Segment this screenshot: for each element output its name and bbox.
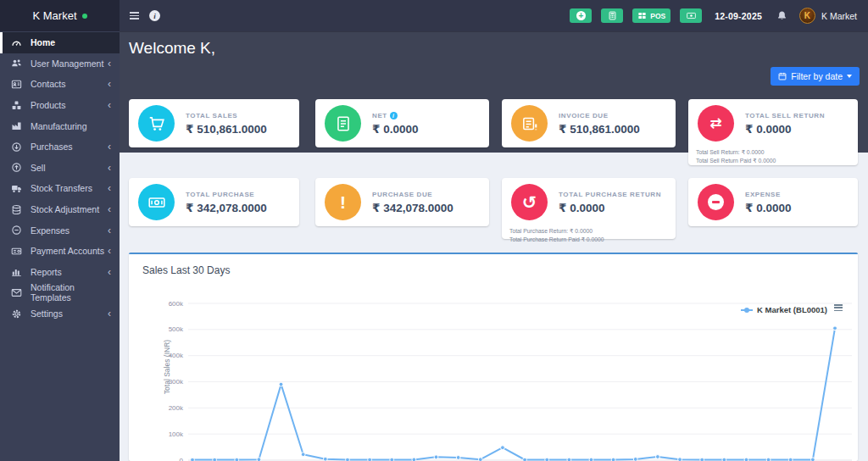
svg-text:500k: 500k — [169, 325, 184, 333]
sidebar-item-sell[interactable]: Sell‹ — [0, 158, 120, 179]
filter-by-date-label: Filter by date — [791, 71, 843, 81]
invoice-icon — [511, 105, 548, 142]
chevron-left-icon: ‹ — [108, 183, 111, 193]
users-icon — [10, 58, 23, 69]
sidebar-item-products[interactable]: Products‹ — [0, 95, 120, 116]
card-subtext: Total Purchase Return: ₹ 0.0000Total Pur… — [502, 226, 676, 244]
bar-chart-icon — [10, 266, 23, 277]
gear-icon — [10, 308, 23, 319]
card-title: NETi — [372, 112, 418, 119]
grid-icon — [637, 11, 647, 20]
card-purchase-due: !PURCHASE DUE₹ 342,078.0000 — [315, 178, 489, 226]
minus-icon — [708, 194, 724, 210]
money-check-icon — [10, 246, 23, 257]
brand-logo[interactable]: K Market — [0, 0, 120, 31]
sidebar-item-label: Manufacturing — [31, 121, 87, 131]
sales-line-chart: 0100k200k300k400k500k600k — [129, 254, 858, 461]
card-title: TOTAL PURCHASE — [186, 191, 267, 198]
chevron-left-icon: ‹ — [108, 163, 111, 173]
sidebar-item-label: Expenses — [31, 225, 70, 236]
sidebar-nav: HomeUser Management‹Contacts‹Products‹Ma… — [0, 31, 120, 324]
notifications-bell-icon[interactable] — [776, 10, 787, 21]
banknote-icon — [687, 11, 696, 20]
user-avatar[interactable]: K — [799, 8, 815, 24]
filter-by-date-button[interactable]: Filter by date — [771, 67, 860, 86]
pos-button[interactable]: POS — [632, 8, 670, 23]
calculator-button[interactable] — [601, 8, 623, 23]
info-icon[interactable]: i — [390, 112, 398, 119]
topbar: i + POS 12-09-2025 K K Market — [120, 0, 868, 31]
chevron-left-icon: ‹ — [108, 58, 111, 69]
current-date[interactable]: 12-09-2025 — [715, 11, 762, 21]
minus-badge-icon — [698, 184, 734, 220]
pos-button-label: POS — [650, 12, 665, 20]
industry-icon — [10, 120, 23, 131]
card-total-purchase: TOTAL PURCHASE₹ 342,078.0000 — [129, 178, 299, 226]
card-value: ₹ 0.0000 — [745, 201, 791, 214]
sidebar-item-expenses[interactable]: Expenses‹ — [0, 219, 120, 241]
card-value: ₹ 0.0000 — [559, 201, 661, 214]
caret-down-icon — [847, 75, 852, 78]
database-icon — [10, 204, 23, 215]
card-value: ₹ 510,861.0000 — [559, 122, 640, 136]
svg-text:0: 0 — [180, 457, 184, 461]
chevron-left-icon: ‹ — [108, 225, 111, 236]
card-value: ₹ 0.0000 — [745, 122, 825, 136]
undo-icon: ↺ — [522, 193, 537, 211]
sidebar-item-stock-transfers[interactable]: Stock Transfers‹ — [0, 178, 120, 199]
sidebar-item-user-management[interactable]: User Management‹ — [0, 53, 120, 75]
tachometer-icon — [10, 37, 23, 48]
sidebar-item-label: Notification Templates — [31, 282, 111, 303]
sidebar-item-settings[interactable]: Settings‹ — [0, 303, 120, 325]
exchange-icon: ⇄ — [698, 105, 734, 142]
welcome-heading: Welcome K, — [129, 39, 215, 58]
sidebar-item-label: Purchases — [31, 142, 73, 152]
quick-add-button[interactable]: + — [570, 8, 592, 23]
sidebar-item-contacts[interactable]: Contacts‹ — [0, 74, 120, 95]
arrow-circle-up-icon — [10, 162, 23, 173]
sidebar-item-label: Contacts — [31, 79, 65, 89]
sidebar-item-label: Products — [31, 100, 65, 110]
chevron-left-icon: ‹ — [108, 308, 111, 319]
sidebar-item-stock-adjustment[interactable]: Stock Adjustment‹ — [0, 199, 120, 220]
card-title: EXPENSE — [745, 191, 791, 198]
sidebar-item-home[interactable]: Home — [0, 32, 120, 53]
card-value: ₹ 0.0000 — [372, 122, 418, 136]
menu-toggle-icon[interactable] — [130, 12, 139, 19]
card-title: PURCHASE DUE — [372, 191, 453, 198]
svg-text:300k: 300k — [169, 378, 184, 386]
id-card-icon — [10, 79, 23, 90]
dashboard: K Market HomeUser Management‹Contacts‹Pr… — [0, 0, 868, 461]
sidebar-item-label: Payment Accounts — [31, 246, 104, 256]
undo-icon: ↺ — [511, 184, 548, 220]
avatar-letter: K — [804, 11, 810, 20]
sidebar-item-payment-accounts[interactable]: Payment Accounts‹ — [0, 241, 120, 262]
card-title: TOTAL SALES — [186, 112, 267, 119]
sidebar-item-label: Stock Transfers — [31, 183, 92, 193]
sidebar-item-manufacturing[interactable]: Manufacturing — [0, 115, 120, 136]
chevron-left-icon: ‹ — [108, 204, 111, 214]
card-value: ₹ 342,078.0000 — [372, 201, 453, 214]
exclamation-icon: ! — [340, 193, 346, 211]
exchange-arrows-icon: ⇄ — [709, 116, 721, 131]
calculator-icon — [608, 11, 617, 20]
user-menu[interactable]: K Market — [821, 11, 857, 21]
sidebar-item-label: Settings — [31, 308, 63, 319]
card-total-sales: TOTAL SALES₹ 510,861.0000 — [129, 99, 299, 147]
online-status-dot — [82, 14, 87, 19]
card-expense: EXPENSE₹ 0.0000 — [688, 178, 858, 226]
chevron-left-icon: ‹ — [108, 246, 111, 256]
cash-register-button[interactable] — [680, 8, 702, 23]
card-value: ₹ 510,861.0000 — [186, 122, 267, 136]
card-invoice-due: INVOICE DUE₹ 510,861.0000 — [502, 99, 676, 147]
topbar-actions: + POS 12-09-2025 K K Market — [560, 8, 868, 24]
sidebar-item-reports[interactable]: Reports‹ — [0, 262, 120, 283]
plus-icon: + — [576, 11, 586, 20]
card-net: NETi₹ 0.0000 — [315, 99, 489, 147]
svg-text:200k: 200k — [169, 404, 184, 412]
sidebar-item-notification-templates[interactable]: Notification Templates — [0, 282, 120, 303]
sidebar-item-label: Reports — [31, 267, 62, 277]
sidebar-item-label: User Management — [31, 58, 103, 69]
sidebar-item-purchases[interactable]: Purchases‹ — [0, 136, 120, 158]
info-icon[interactable]: i — [149, 10, 160, 21]
